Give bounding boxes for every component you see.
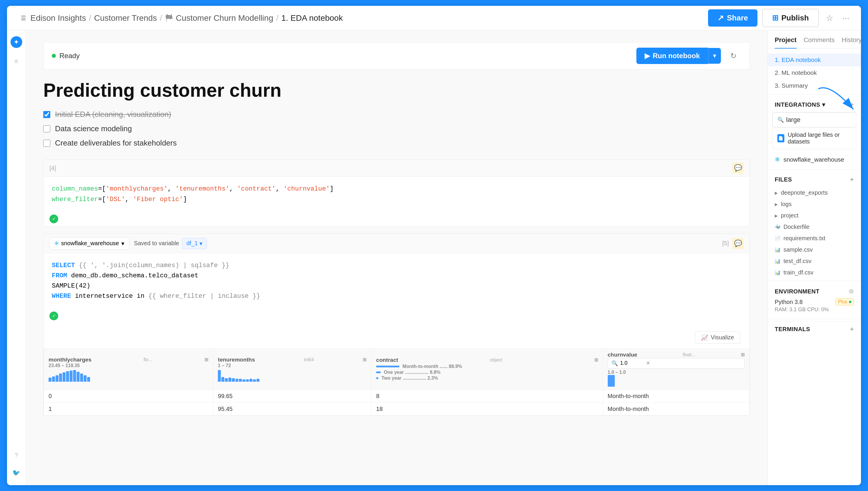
- cell-4-header: [4] 💬: [44, 160, 750, 177]
- integration-search-input[interactable]: [786, 116, 861, 124]
- snowflake-warehouse-item[interactable]: ❄ snowflake_warehouse: [768, 152, 861, 167]
- folder-label-1: deepnote_exports: [781, 190, 828, 196]
- check-item-2: Data science modeling: [43, 124, 750, 133]
- check-item-3: Create deliverables for stakeholders: [43, 139, 750, 148]
- check-label-3[interactable]: Create deliverables for stakeholders: [55, 139, 177, 148]
- right-sidebar-body: 1. EDA notebook 2. ML notebook 3. Summar…: [768, 49, 861, 485]
- env-header: ENVIRONMENT ⚙: [768, 284, 861, 298]
- checkbox-2[interactable]: [43, 125, 50, 133]
- data-table-container: 📈 Visualize monthlycharges flo...: [44, 327, 750, 415]
- integrations-title[interactable]: INTEGRATIONS ▾: [775, 101, 825, 108]
- logo-icon: ✦: [14, 38, 19, 46]
- more-button[interactable]: ···: [840, 11, 851, 25]
- cell-5-comment-btn[interactable]: 💬: [732, 238, 744, 249]
- nav-icon-1: ≡: [14, 58, 18, 65]
- publish-icon: ⊞: [772, 13, 779, 23]
- data-table: monthlycharges flo... ⊞ 23.45 – 118.35: [44, 348, 750, 415]
- terminals-title: TERMINALS: [775, 326, 810, 333]
- run-notebook-button[interactable]: ▶ Run notebook: [636, 48, 708, 64]
- share-button[interactable]: ↗ Share: [708, 9, 757, 27]
- file-sample-csv[interactable]: 📊 sample.csv: [768, 244, 861, 255]
- visualize-button[interactable]: 📈 Visualize: [695, 331, 740, 344]
- col-filter-tenure[interactable]: ⊞: [363, 357, 366, 363]
- file-test-df[interactable]: 📊 test_df.csv: [768, 255, 861, 267]
- tab-project[interactable]: Project: [775, 36, 796, 49]
- table-row: 0 99.65 8 Month-to-month: [44, 389, 750, 402]
- terminals-add-btn[interactable]: +: [850, 325, 854, 333]
- checkbox-1[interactable]: [43, 111, 50, 118]
- cell-5-body[interactable]: SELECT {{ ', '.join(column_names) | sqls…: [44, 253, 750, 309]
- file-label-dockerfile: Dockerfile: [783, 224, 810, 230]
- folder-arrow-2: ▶: [775, 202, 778, 207]
- breadcrumb-level3[interactable]: Customer Churn Modelling: [176, 13, 273, 23]
- filter-clear-btn[interactable]: ✕: [646, 360, 650, 366]
- snowflake-icon: ❄: [54, 240, 59, 247]
- col-filter-churn[interactable]: ⊞: [741, 352, 745, 357]
- cell-5-num: [5]: [722, 240, 729, 247]
- terminals-section-header: TERMINALS +: [768, 321, 861, 337]
- breadcrumb-sep1: /: [89, 13, 91, 23]
- col-filter-contract[interactable]: ⊞: [594, 357, 598, 363]
- left-sidebar: ✦ ≡ ? 🐦: [7, 30, 26, 485]
- check-label-2[interactable]: Data science modeling: [55, 124, 132, 133]
- file-dockerfile[interactable]: 🐳 Dockerfile: [768, 221, 861, 233]
- sidebar-nav-1[interactable]: ≡: [10, 55, 23, 68]
- notebook-title: Predicting customer churn: [43, 80, 750, 100]
- file-requirements[interactable]: 📄 requirements.txt: [768, 233, 861, 244]
- folder-deepnote[interactable]: ▶ deepnote_exports: [768, 187, 861, 198]
- file-label-requirements: requirements.txt: [783, 235, 825, 242]
- folder-label-2: logs: [781, 201, 792, 207]
- tab-comments[interactable]: Comments: [804, 36, 835, 49]
- check-label-1[interactable]: Initial EDA (cleaning, visualization): [55, 110, 171, 119]
- breadcrumb-level2[interactable]: Customer Trends: [94, 13, 157, 23]
- project-item-3[interactable]: 3. Summary: [768, 79, 861, 92]
- sidebar-toggle-btn[interactable]: ☰: [17, 15, 30, 22]
- cell-4-footer: ✓: [44, 211, 750, 226]
- publish-button[interactable]: ⊞ Publish: [762, 9, 819, 27]
- integrations-add-btn[interactable]: +: [850, 100, 854, 109]
- cell-4-comment-btn[interactable]: 💬: [732, 163, 744, 174]
- folder-label-3: project: [781, 212, 799, 219]
- sidebar-help-btn[interactable]: ?: [10, 449, 23, 462]
- cell-5-toolbar: ❄ snowflake_warehouse ▾ Saved to variabl…: [44, 234, 750, 253]
- checkbox-3[interactable]: [43, 140, 50, 147]
- status-text: Ready: [59, 52, 80, 60]
- env-settings-icon[interactable]: ⚙: [849, 288, 854, 295]
- table-row: 1 95.45 18 Month-to-month: [44, 402, 750, 415]
- star-button[interactable]: ☆: [823, 11, 836, 25]
- run-dropdown-button[interactable]: ▾: [708, 48, 721, 64]
- dockerfile-icon: 🐳: [775, 224, 781, 230]
- tab-history[interactable]: History: [842, 36, 861, 49]
- env-active-dot: [849, 301, 851, 303]
- churn-filter-input[interactable]: [620, 360, 644, 366]
- upload-large-files-item[interactable]: 📄 Upload large files or datasets: [773, 127, 856, 149]
- cell-5-footer: ✓: [44, 309, 750, 323]
- file-train-df[interactable]: 📊 train_df.csv: [768, 267, 861, 278]
- checklist: Initial EDA (cleaning, visualization) Da…: [43, 110, 750, 148]
- project-item-2[interactable]: 2. ML notebook: [768, 66, 861, 79]
- refresh-button[interactable]: ↻: [726, 49, 741, 63]
- breadcrumb-sep2: /: [160, 13, 162, 23]
- app-logo: ✦: [10, 36, 22, 48]
- files-title[interactable]: FILES: [775, 176, 792, 183]
- help-icon: ?: [14, 452, 18, 459]
- variable-chip[interactable]: df_1 ▾: [182, 238, 207, 249]
- environment-section: ENVIRONMENT ⚙ Python 3.8 Plus RAM: 3.1 G…: [768, 283, 861, 316]
- breadcrumb-root[interactable]: Edison Insights: [30, 13, 86, 23]
- code-cell-4: [4] 💬 column_names=['monthlycharges', 't…: [43, 159, 750, 226]
- cell-4-line2: where_filter=['DSL', 'Fiber optic']: [52, 194, 741, 205]
- col-filter-monthly[interactable]: ⊞: [204, 357, 208, 363]
- folder-project[interactable]: ▶ project: [768, 210, 861, 221]
- folder-logs[interactable]: ▶ logs: [768, 198, 861, 210]
- integration-name: snowflake_warehouse: [61, 240, 119, 247]
- cell-4-body[interactable]: column_names=['monthlycharges', 'tenurem…: [44, 177, 750, 211]
- divider-2: [768, 169, 861, 170]
- hamburger-icon: ☰: [21, 15, 26, 22]
- churn-range: 1.0 – 1.0: [608, 370, 745, 375]
- snowflake-integration-badge[interactable]: ❄ snowflake_warehouse ▾: [50, 237, 129, 250]
- sidebar-user-btn[interactable]: 🐦: [10, 466, 23, 479]
- env-badge: Plus: [836, 298, 854, 306]
- project-item-1[interactable]: 1. EDA notebook: [768, 54, 861, 66]
- files-add-btn[interactable]: +: [850, 175, 854, 183]
- integrations-chevron: ▾: [822, 101, 825, 108]
